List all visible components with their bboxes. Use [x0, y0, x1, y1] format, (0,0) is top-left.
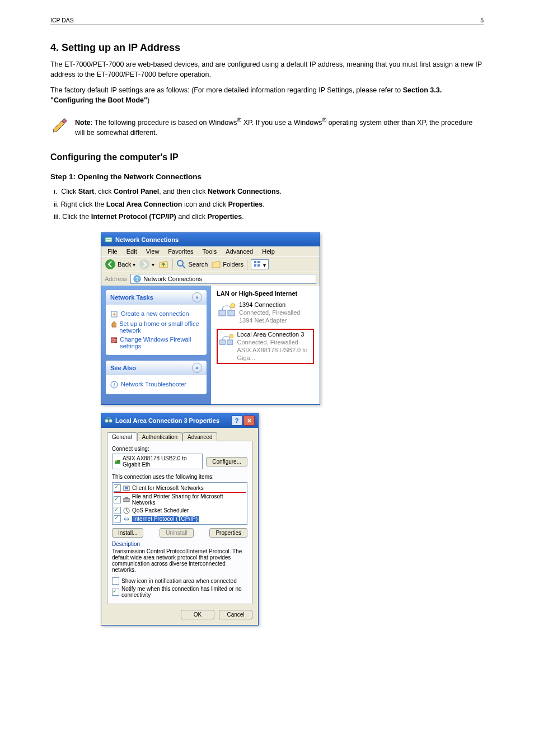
views-button[interactable]: ▾: [251, 259, 269, 269]
checkbox-icon[interactable]: [114, 484, 121, 492]
tab-authentication[interactable]: Authentication: [137, 432, 182, 441]
svg-rect-17: [220, 340, 226, 344]
back-icon: [105, 259, 116, 270]
toolbar: Back ▾ ▾ Search Folders: [101, 256, 320, 272]
tabs: General Authentication Advanced: [107, 432, 252, 441]
menu-tools[interactable]: Tools: [199, 248, 221, 255]
folder-up-icon: [158, 259, 169, 270]
connection-1394[interactable]: 1394 Connection Connected, Firewalled 13…: [217, 300, 314, 325]
intro-paragraph-2: The factory default IP settings are as f…: [50, 85, 484, 105]
collapse-icon[interactable]: «: [192, 363, 202, 373]
checkbox-icon[interactable]: [114, 496, 121, 503]
svg-point-3: [139, 259, 149, 269]
svg-rect-23: [115, 460, 117, 461]
address-label: Address: [105, 276, 127, 282]
search-button[interactable]: Search: [176, 259, 208, 269]
description-label: Description: [112, 541, 247, 547]
checkbox-icon[interactable]: [112, 577, 119, 585]
svg-rect-18: [227, 340, 233, 344]
show-icon-checkbox[interactable]: Show icon in notification area when conn…: [112, 577, 247, 585]
svg-rect-8: [257, 264, 260, 267]
window-icon: [105, 416, 113, 425]
connection-icon: [218, 301, 236, 319]
connection-lan3[interactable]: Local Area Connection 3 Connected, Firew…: [217, 329, 314, 364]
properties-dialog: Local Area Connection 3 Properties ? ✕ G…: [101, 413, 259, 626]
header-left: ICP DAS: [50, 17, 74, 24]
header-right: 5: [480, 17, 484, 24]
tab-advanced[interactable]: Advanced: [182, 432, 217, 441]
window-title: Network Connections: [115, 236, 179, 243]
step-item: i. Click Start, click Control Panel, and…: [54, 186, 484, 197]
checkbox-icon[interactable]: [114, 515, 121, 522]
wizard-icon: [110, 310, 118, 318]
help-button[interactable]: ?: [231, 416, 242, 426]
notify-checkbox[interactable]: Notify me when this connection has limit…: [112, 586, 247, 598]
menu-view[interactable]: View: [142, 248, 163, 255]
items-list[interactable]: Client for Microsoft Networks File and P…: [112, 482, 247, 525]
svg-rect-21: [109, 419, 112, 422]
net-icon: [133, 275, 141, 283]
page-title: 4. Setting up an IP Address: [50, 42, 484, 54]
forward-button[interactable]: ▾: [139, 259, 154, 270]
svg-point-4: [177, 260, 183, 266]
back-button[interactable]: Back ▾: [105, 259, 135, 270]
see-also-header[interactable]: See Also «: [106, 361, 207, 375]
network-connections-window: Network Connections File Edit View Favor…: [101, 232, 320, 405]
step-item: iii. Click the Internet Protocol (TCP/IP…: [54, 212, 484, 222]
step-item: ii. Right click the Local Area Connectio…: [54, 199, 484, 210]
checkbox-icon[interactable]: [114, 507, 121, 514]
search-icon: [176, 259, 186, 269]
folders-button[interactable]: Folders: [211, 259, 243, 269]
menu-advanced[interactable]: Advanced: [222, 248, 257, 255]
intro-paragraph: The ET-7000/PET-7000 are web-based devic…: [50, 59, 484, 80]
install-button[interactable]: Install...: [112, 528, 143, 538]
folders-icon: [211, 259, 221, 269]
svg-rect-20: [105, 419, 108, 422]
list-item-tcpip[interactable]: Internet Protocol (TCP/IP): [114, 515, 246, 523]
connection-icon: [219, 331, 233, 349]
list-item[interactable]: QoS Packet Scheduler: [114, 506, 246, 515]
collapse-icon[interactable]: «: [192, 292, 202, 302]
adapter-field: ASIX AX88178 USB2.0 to Gigabit Eth: [112, 454, 203, 469]
client-icon: [123, 485, 130, 492]
group-label: LAN or High-Speed Internet: [217, 290, 314, 297]
list-item[interactable]: File and Printer Sharing for Microsoft N…: [114, 493, 246, 506]
menu-favorites[interactable]: Favorites: [164, 248, 197, 255]
views-icon: [254, 260, 261, 267]
task-setup-network[interactable]: Set up a home or small office network: [110, 320, 202, 334]
task-firewall[interactable]: Change Windows Firewall settings: [110, 336, 202, 349]
svg-rect-15: [228, 310, 235, 316]
properties-button[interactable]: Properties: [209, 528, 247, 538]
tab-general[interactable]: General: [107, 432, 137, 441]
svg-rect-11: [111, 338, 117, 343]
menu-edit[interactable]: Edit: [123, 248, 141, 255]
address-input[interactable]: Network Connections: [130, 274, 316, 284]
list-item[interactable]: Client for Microsoft Networks: [114, 484, 246, 493]
note-label: Note: [75, 119, 91, 127]
titlebar[interactable]: Network Connections: [101, 233, 320, 246]
up-button[interactable]: [158, 259, 169, 270]
menu-file[interactable]: File: [104, 248, 121, 255]
configure-button[interactable]: Configure...: [206, 457, 247, 466]
description-text: Transmission Control Protocol/Internet P…: [112, 548, 247, 573]
step-list: i. Click Start, click Control Panel, and…: [50, 186, 484, 222]
titlebar[interactable]: Local Area Connection 3 Properties ? ✕: [101, 413, 258, 428]
ok-button[interactable]: OK: [181, 610, 214, 619]
svg-rect-25: [125, 487, 128, 489]
addressbar: Address Network Connections: [101, 272, 320, 286]
section-heading: Configuring the computer's IP: [50, 152, 484, 162]
menubar[interactable]: File Edit View Favorites Tools Advanced …: [101, 246, 320, 256]
sidebar: Network Tasks « Create a new connection …: [101, 286, 211, 404]
svg-point-2: [105, 259, 115, 269]
step-heading: Step 1: Opening the Network Connections: [50, 172, 484, 181]
cancel-button[interactable]: Cancel: [219, 610, 252, 619]
close-button[interactable]: ✕: [243, 416, 255, 426]
link-troubleshooter[interactable]: iNetwork Troubleshooter: [110, 381, 202, 389]
menu-help[interactable]: Help: [258, 248, 279, 255]
qos-icon: [123, 507, 130, 514]
uses-label: This connection uses the following items…: [112, 474, 247, 480]
checkbox-icon[interactable]: [112, 589, 119, 596]
task-create-connection[interactable]: Create a new connection: [110, 310, 202, 318]
network-tasks-header[interactable]: Network Tasks «: [106, 290, 207, 305]
svg-text:i: i: [114, 382, 115, 388]
